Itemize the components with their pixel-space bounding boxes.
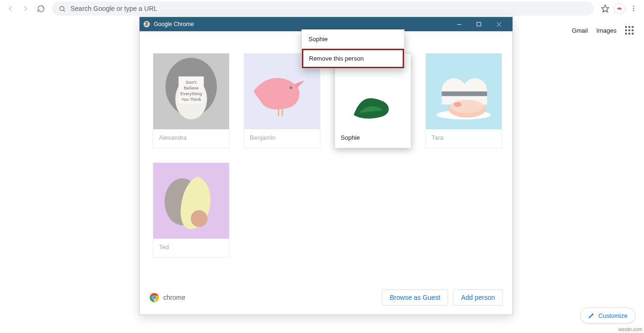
profile-image [153, 163, 229, 239]
svg-point-4 [633, 10, 634, 11]
ntp-links: Gmail Images [572, 26, 634, 35]
profile-context-menu: Sophie Remove this person [301, 29, 405, 69]
profile-name: Tara [426, 129, 502, 148]
svg-point-2 [633, 6, 634, 7]
svg-rect-21 [282, 108, 283, 117]
svg-point-3 [633, 8, 634, 9]
svg-rect-28 [463, 91, 487, 96]
chrome-logo-icon [149, 292, 159, 303]
svg-point-19 [290, 86, 292, 89]
profile-manager-window: Google Chrome Don't Believe Everything [139, 17, 513, 315]
profile-name: Alexandra [153, 129, 229, 148]
customize-button[interactable]: Customize [580, 307, 635, 324]
svg-rect-25 [442, 91, 466, 96]
svg-point-30 [450, 100, 484, 113]
profile-card-ted[interactable]: Ted [153, 162, 229, 258]
context-menu-profile-name: Sophie [302, 30, 404, 48]
watermark: wsxdn.com [618, 327, 642, 332]
profile-name: Sophie [335, 129, 411, 148]
address-bar[interactable]: Search Google or type a URL [52, 1, 594, 16]
search-icon [59, 5, 66, 12]
reload-button[interactable] [34, 2, 47, 15]
window-title: Google Chrome [154, 21, 194, 27]
profile-avatar-button[interactable] [614, 3, 625, 14]
profile-image [426, 54, 502, 129]
apps-grid-icon[interactable] [625, 26, 634, 35]
svg-text:You Think: You Think [181, 97, 201, 102]
chrome-brand-label: chrome [163, 294, 185, 301]
svg-rect-20 [278, 108, 279, 117]
svg-text:Don't: Don't [186, 80, 196, 85]
svg-text:Believe: Believe [184, 86, 198, 90]
window-close-button[interactable] [489, 17, 509, 31]
forward-button[interactable] [19, 2, 32, 15]
customize-label: Customize [599, 312, 627, 319]
svg-text:Everything: Everything [180, 91, 202, 96]
browser-toolbar: Search Google or type a URL [0, 0, 644, 17]
profile-image: Don't Believe Everything You Think [153, 54, 229, 129]
window-minimize-button[interactable] [449, 17, 469, 31]
chrome-logo-icon [143, 21, 150, 27]
svg-point-33 [191, 210, 208, 227]
svg-rect-9 [477, 22, 481, 26]
gmail-link[interactable]: Gmail [572, 27, 588, 34]
svg-point-37 [153, 296, 156, 299]
profile-name: Benjamin [244, 129, 320, 148]
bookmark-star-icon[interactable] [599, 2, 612, 15]
context-menu-remove-person[interactable]: Remove this person [302, 49, 404, 68]
profile-grid-area: Don't Believe Everything You Think Alexa… [140, 31, 512, 286]
browse-as-guest-button[interactable]: Browse as Guest [382, 289, 449, 306]
svg-marker-1 [602, 5, 609, 12]
svg-point-0 [60, 6, 64, 10]
svg-point-31 [454, 102, 461, 107]
back-button[interactable] [4, 2, 17, 15]
kebab-menu-icon[interactable] [627, 2, 640, 15]
profile-name: Ted [153, 239, 229, 257]
add-person-button[interactable]: Add person [453, 289, 503, 306]
profile-manager-footer: chrome Browse as Guest Add person [140, 286, 512, 315]
images-link[interactable]: Images [596, 27, 617, 34]
profile-card-alexandra[interactable]: Don't Believe Everything You Think Alexa… [153, 53, 229, 148]
address-placeholder: Search Google or type a URL [71, 5, 158, 12]
pencil-icon [588, 312, 595, 319]
profile-card-tara[interactable]: Tara [425, 53, 502, 148]
window-maximize-button[interactable] [469, 17, 489, 31]
